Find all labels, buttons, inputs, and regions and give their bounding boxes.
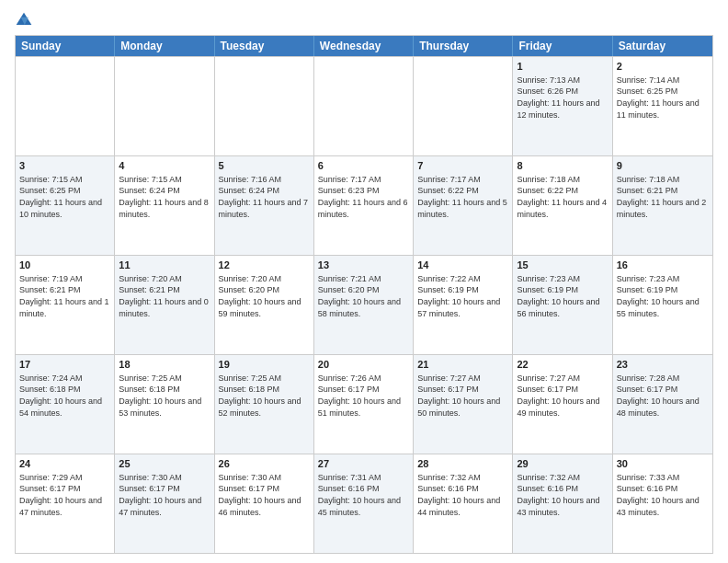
calendar-cell-empty-1 bbox=[115, 57, 214, 155]
day-info: Sunrise: 7:23 AM Sunset: 6:19 PM Dayligh… bbox=[517, 273, 608, 319]
day-number: 24 bbox=[19, 457, 110, 471]
day-number: 9 bbox=[617, 159, 709, 173]
calendar-cell-2: 2Sunrise: 7:14 AM Sunset: 6:25 PM Daylig… bbox=[613, 57, 712, 155]
day-info: Sunrise: 7:15 AM Sunset: 6:25 PM Dayligh… bbox=[19, 174, 110, 220]
calendar-body: 1Sunrise: 7:13 AM Sunset: 6:26 PM Daylig… bbox=[16, 56, 712, 553]
calendar-cell-7: 7Sunrise: 7:17 AM Sunset: 6:22 PM Daylig… bbox=[414, 156, 513, 255]
calendar-cell-30: 30Sunrise: 7:33 AM Sunset: 6:16 PM Dayli… bbox=[613, 454, 712, 553]
calendar-cell-27: 27Sunrise: 7:31 AM Sunset: 6:16 PM Dayli… bbox=[314, 454, 414, 553]
calendar-cell-20: 20Sunrise: 7:26 AM Sunset: 6:17 PM Dayli… bbox=[314, 355, 414, 454]
day-info: Sunrise: 7:13 AM Sunset: 6:26 PM Dayligh… bbox=[517, 75, 608, 121]
day-info: Sunrise: 7:32 AM Sunset: 6:16 PM Dayligh… bbox=[517, 472, 608, 518]
day-number: 30 bbox=[617, 457, 709, 471]
day-number: 26 bbox=[219, 457, 310, 471]
day-number: 13 bbox=[318, 259, 409, 272]
calendar-cell-5: 5Sunrise: 7:16 AM Sunset: 6:24 PM Daylig… bbox=[215, 156, 314, 255]
calendar-row-2: 10Sunrise: 7:19 AM Sunset: 6:21 PM Dayli… bbox=[16, 255, 712, 354]
calendar-cell-1: 1Sunrise: 7:13 AM Sunset: 6:26 PM Daylig… bbox=[513, 57, 612, 155]
page: SundayMondayTuesdayWednesdayThursdayFrid… bbox=[0, 0, 728, 563]
calendar-cell-16: 16Sunrise: 7:23 AM Sunset: 6:19 PM Dayli… bbox=[613, 256, 712, 354]
day-number: 11 bbox=[119, 259, 210, 272]
day-number: 12 bbox=[219, 259, 310, 272]
logo-icon bbox=[15, 11, 33, 29]
calendar-cell-empty-3 bbox=[314, 57, 414, 155]
header bbox=[15, 11, 713, 29]
day-number: 21 bbox=[417, 358, 508, 372]
calendar-cell-19: 19Sunrise: 7:25 AM Sunset: 6:18 PM Dayli… bbox=[215, 355, 314, 454]
calendar-cell-empty-2 bbox=[215, 57, 314, 155]
calendar-cell-29: 29Sunrise: 7:32 AM Sunset: 6:16 PM Dayli… bbox=[513, 454, 612, 553]
day-number: 4 bbox=[119, 159, 210, 173]
day-number: 15 bbox=[517, 259, 608, 272]
calendar-cell-10: 10Sunrise: 7:19 AM Sunset: 6:21 PM Dayli… bbox=[16, 256, 115, 354]
calendar-cell-12: 12Sunrise: 7:20 AM Sunset: 6:20 PM Dayli… bbox=[215, 256, 314, 354]
day-number: 19 bbox=[219, 358, 310, 372]
calendar-cell-8: 8Sunrise: 7:18 AM Sunset: 6:22 PM Daylig… bbox=[513, 156, 612, 255]
day-info: Sunrise: 7:28 AM Sunset: 6:17 PM Dayligh… bbox=[617, 373, 709, 419]
weekday-header-friday: Friday bbox=[513, 36, 612, 56]
calendar-cell-26: 26Sunrise: 7:30 AM Sunset: 6:17 PM Dayli… bbox=[215, 454, 314, 553]
day-number: 6 bbox=[318, 159, 409, 173]
day-number: 23 bbox=[617, 358, 709, 372]
day-info: Sunrise: 7:29 AM Sunset: 6:17 PM Dayligh… bbox=[19, 472, 110, 518]
calendar-cell-6: 6Sunrise: 7:17 AM Sunset: 6:23 PM Daylig… bbox=[314, 156, 414, 255]
calendar-cell-9: 9Sunrise: 7:18 AM Sunset: 6:21 PM Daylig… bbox=[613, 156, 712, 255]
calendar-cell-empty-4 bbox=[414, 57, 513, 155]
day-number: 29 bbox=[517, 457, 608, 471]
day-info: Sunrise: 7:25 AM Sunset: 6:18 PM Dayligh… bbox=[219, 373, 310, 419]
calendar-cell-23: 23Sunrise: 7:28 AM Sunset: 6:17 PM Dayli… bbox=[613, 355, 712, 454]
calendar-cell-21: 21Sunrise: 7:27 AM Sunset: 6:17 PM Dayli… bbox=[414, 355, 513, 454]
day-number: 22 bbox=[517, 358, 608, 372]
logo bbox=[15, 11, 37, 29]
day-info: Sunrise: 7:32 AM Sunset: 6:16 PM Dayligh… bbox=[417, 472, 508, 518]
day-info: Sunrise: 7:33 AM Sunset: 6:16 PM Dayligh… bbox=[617, 472, 709, 518]
day-info: Sunrise: 7:20 AM Sunset: 6:20 PM Dayligh… bbox=[219, 273, 310, 319]
calendar-cell-25: 25Sunrise: 7:30 AM Sunset: 6:17 PM Dayli… bbox=[115, 454, 214, 553]
day-info: Sunrise: 7:17 AM Sunset: 6:22 PM Dayligh… bbox=[417, 174, 508, 220]
day-info: Sunrise: 7:15 AM Sunset: 6:24 PM Dayligh… bbox=[119, 174, 210, 220]
day-info: Sunrise: 7:27 AM Sunset: 6:17 PM Dayligh… bbox=[517, 373, 608, 419]
calendar-cell-13: 13Sunrise: 7:21 AM Sunset: 6:20 PM Dayli… bbox=[314, 256, 414, 354]
calendar-cell-empty-0 bbox=[16, 57, 115, 155]
day-info: Sunrise: 7:27 AM Sunset: 6:17 PM Dayligh… bbox=[417, 373, 508, 419]
calendar-cell-3: 3Sunrise: 7:15 AM Sunset: 6:25 PM Daylig… bbox=[16, 156, 115, 255]
day-info: Sunrise: 7:24 AM Sunset: 6:18 PM Dayligh… bbox=[19, 373, 110, 419]
day-number: 20 bbox=[318, 358, 409, 372]
day-info: Sunrise: 7:31 AM Sunset: 6:16 PM Dayligh… bbox=[318, 472, 409, 518]
calendar-row-3: 17Sunrise: 7:24 AM Sunset: 6:18 PM Dayli… bbox=[16, 354, 712, 454]
day-info: Sunrise: 7:30 AM Sunset: 6:17 PM Dayligh… bbox=[119, 472, 210, 518]
calendar-cell-28: 28Sunrise: 7:32 AM Sunset: 6:16 PM Dayli… bbox=[414, 454, 513, 553]
day-number: 7 bbox=[417, 159, 508, 173]
day-info: Sunrise: 7:14 AM Sunset: 6:25 PM Dayligh… bbox=[617, 75, 709, 121]
calendar-cell-24: 24Sunrise: 7:29 AM Sunset: 6:17 PM Dayli… bbox=[16, 454, 115, 553]
weekday-header-monday: Monday bbox=[115, 36, 214, 56]
day-number: 8 bbox=[517, 159, 608, 173]
day-info: Sunrise: 7:30 AM Sunset: 6:17 PM Dayligh… bbox=[219, 472, 310, 518]
calendar-cell-17: 17Sunrise: 7:24 AM Sunset: 6:18 PM Dayli… bbox=[16, 355, 115, 454]
calendar-cell-18: 18Sunrise: 7:25 AM Sunset: 6:18 PM Dayli… bbox=[115, 355, 214, 454]
day-info: Sunrise: 7:20 AM Sunset: 6:21 PM Dayligh… bbox=[119, 273, 210, 319]
day-number: 2 bbox=[617, 60, 709, 74]
day-info: Sunrise: 7:22 AM Sunset: 6:19 PM Dayligh… bbox=[417, 273, 508, 319]
weekday-header-thursday: Thursday bbox=[414, 36, 513, 56]
weekday-header-tuesday: Tuesday bbox=[215, 36, 314, 56]
calendar-row-4: 24Sunrise: 7:29 AM Sunset: 6:17 PM Dayli… bbox=[16, 454, 712, 553]
day-number: 5 bbox=[219, 159, 310, 173]
calendar-row-1: 3Sunrise: 7:15 AM Sunset: 6:25 PM Daylig… bbox=[16, 155, 712, 255]
calendar-row-0: 1Sunrise: 7:13 AM Sunset: 6:26 PM Daylig… bbox=[16, 56, 712, 155]
calendar-cell-4: 4Sunrise: 7:15 AM Sunset: 6:24 PM Daylig… bbox=[115, 156, 214, 255]
weekday-header-saturday: Saturday bbox=[613, 36, 712, 56]
day-info: Sunrise: 7:25 AM Sunset: 6:18 PM Dayligh… bbox=[119, 373, 210, 419]
day-number: 18 bbox=[119, 358, 210, 372]
day-number: 1 bbox=[517, 60, 608, 74]
day-info: Sunrise: 7:21 AM Sunset: 6:20 PM Dayligh… bbox=[318, 273, 409, 319]
day-number: 14 bbox=[417, 259, 508, 272]
day-number: 27 bbox=[318, 457, 409, 471]
day-info: Sunrise: 7:19 AM Sunset: 6:21 PM Dayligh… bbox=[19, 273, 110, 319]
day-info: Sunrise: 7:16 AM Sunset: 6:24 PM Dayligh… bbox=[219, 174, 310, 220]
day-number: 25 bbox=[119, 457, 210, 471]
calendar-header: SundayMondayTuesdayWednesdayThursdayFrid… bbox=[16, 36, 712, 56]
day-info: Sunrise: 7:18 AM Sunset: 6:21 PM Dayligh… bbox=[617, 174, 709, 220]
day-number: 10 bbox=[19, 259, 110, 272]
day-number: 3 bbox=[19, 159, 110, 173]
